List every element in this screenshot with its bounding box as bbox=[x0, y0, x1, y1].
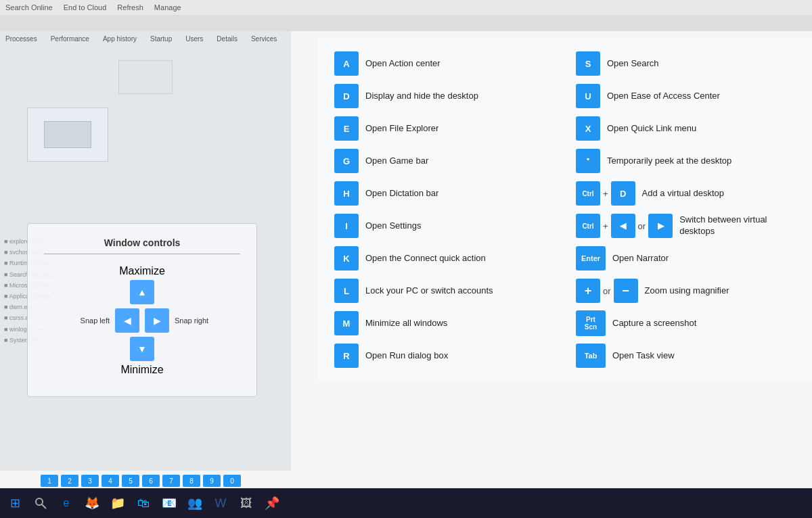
key-a: A bbox=[334, 51, 359, 76]
sep-plus-2: + bbox=[603, 221, 608, 231]
svg-point-0 bbox=[36, 498, 43, 505]
key-plus: + bbox=[576, 279, 600, 303]
window-controls-title: Window controls bbox=[44, 237, 240, 248]
key-ctrl-1: Ctrl bbox=[576, 181, 600, 206]
desc-m: Minimize all windows bbox=[365, 318, 447, 329]
desc-h: Open Dictation bar bbox=[365, 188, 438, 199]
shortcut-grid: A Open Action center D Display and hide … bbox=[334, 51, 796, 369]
key-left-arrow: ◀ bbox=[611, 214, 635, 238]
shortcut-col-right: S Open Search U Open Ease of Access Cent… bbox=[576, 51, 796, 369]
desc-ctrl-d: Add a virtual desktop bbox=[642, 188, 724, 199]
taskbar-mail-icon[interactable]: 📧 bbox=[157, 491, 181, 515]
key-combo-zoom: + or − bbox=[576, 279, 638, 303]
shortcut-row-i: I Open Settings bbox=[334, 213, 554, 239]
desc-u: Open Ease of Access Center bbox=[607, 91, 720, 102]
page-btn-4[interactable]: 4 bbox=[102, 475, 119, 487]
page-btn-7[interactable]: 7 bbox=[162, 475, 180, 487]
bg-top-item: Search Online bbox=[5, 3, 53, 11]
shortcut-row-m: M Minimize all windows bbox=[334, 310, 554, 336]
maximize-label: Maximize bbox=[119, 265, 165, 277]
snap-right-label: Snap right bbox=[175, 316, 212, 325]
desc-s: Open Search bbox=[607, 58, 659, 70]
taskbar-windows-icon[interactable]: ⊞ bbox=[3, 491, 27, 515]
bg-top-item: Refresh bbox=[117, 3, 143, 11]
desc-g: Open Game bar bbox=[365, 156, 428, 167]
taskbar-store-icon[interactable]: 🛍 bbox=[131, 491, 156, 515]
snap-left-button[interactable]: ◀ bbox=[115, 308, 139, 333]
desc-prtscn: Capture a screenshot bbox=[612, 318, 696, 329]
shortcut-row-a: A Open Action center bbox=[334, 51, 554, 76]
key-h: H bbox=[334, 181, 359, 206]
minimize-down-button[interactable]: ▼ bbox=[130, 337, 154, 361]
desc-ctrl-arrows: Switch between virtual desktops bbox=[679, 214, 796, 237]
key-d: D bbox=[334, 84, 359, 108]
shortcut-row-d: D Display and hide the desktop bbox=[334, 83, 554, 109]
shortcut-row-enter: Enter Open Narrator bbox=[576, 245, 796, 271]
taskbar-firefox-icon[interactable]: 🦊 bbox=[80, 491, 104, 515]
desc-d: Display and hide the desktop bbox=[365, 91, 478, 102]
taskbar-word-icon[interactable]: W bbox=[208, 491, 233, 515]
sep-plus-1: + bbox=[603, 189, 608, 199]
key-u: U bbox=[576, 84, 600, 108]
page-btn-2[interactable]: 2 bbox=[61, 475, 78, 487]
shortcut-row-s: S Open Search bbox=[576, 51, 796, 76]
page-bar: 1 2 3 4 5 6 7 8 9 0 bbox=[41, 475, 241, 487]
desc-k: Open the Connect quick action bbox=[365, 253, 486, 264]
shortcut-col-left: A Open Action center D Display and hide … bbox=[334, 51, 554, 369]
page-btn-5[interactable]: 5 bbox=[122, 475, 139, 487]
desc-x: Open Quick Link menu bbox=[607, 123, 696, 135]
desc-i: Open Settings bbox=[365, 220, 421, 232]
shortcut-row-ctrl-arrows: Ctrl + ◀ or ▶ Switch between virtual des… bbox=[576, 213, 796, 239]
taskbar-photos-icon[interactable]: 🖼 bbox=[234, 491, 258, 515]
shortcut-row-dot: · Temporarily peek at the desktop bbox=[576, 148, 796, 174]
key-r: R bbox=[334, 344, 359, 368]
desc-zoom: Zoom using magnifier bbox=[645, 285, 729, 297]
bg-top-bar: Search Online End to Cloud Refresh Manag… bbox=[0, 0, 812, 15]
key-enter: Enter bbox=[576, 246, 606, 270]
page-btn-1[interactable]: 1 bbox=[41, 475, 58, 487]
key-tab: Tab bbox=[576, 344, 606, 368]
page-btn-9[interactable]: 9 bbox=[203, 475, 221, 487]
key-right-arrow: ▶ bbox=[648, 214, 673, 238]
desc-dot: Temporarily peek at the desktop bbox=[607, 156, 731, 167]
window-controls-divider bbox=[44, 254, 240, 254]
thumbnail-inner bbox=[44, 121, 91, 148]
key-k: K bbox=[334, 246, 359, 270]
taskbar-search-icon[interactable] bbox=[28, 491, 53, 515]
key-x: X bbox=[576, 116, 600, 141]
snap-right-button[interactable]: ▶ bbox=[145, 308, 169, 333]
window-controls-panel: Window controls Maximize ▲ Snap left ◀ ▶… bbox=[27, 223, 257, 397]
maximize-up-button[interactable]: ▲ bbox=[130, 280, 154, 304]
shortcut-row-u: U Open Ease of Access Center bbox=[576, 83, 796, 109]
maximize-row: Maximize bbox=[119, 265, 165, 277]
bg-second-bar bbox=[0, 15, 812, 31]
minimize-label: Minimize bbox=[120, 364, 163, 375]
page-btn-0[interactable]: 0 bbox=[223, 475, 241, 487]
page-btn-6[interactable]: 6 bbox=[142, 475, 160, 487]
shortcut-row-prtscn: PrtScn Capture a screenshot bbox=[576, 310, 796, 336]
taskbar-sticky-icon[interactable]: 📌 bbox=[260, 491, 284, 515]
key-l: L bbox=[334, 279, 359, 303]
taskbar-folder-icon[interactable]: 📁 bbox=[106, 491, 130, 515]
page-btn-8[interactable]: 8 bbox=[183, 475, 200, 487]
shortcut-row-k: K Open the Connect quick action bbox=[334, 245, 554, 271]
sep-or-2: or bbox=[603, 286, 611, 296]
shortcut-overlay: A Open Action center D Display and hide … bbox=[318, 37, 812, 382]
key-i: I bbox=[334, 214, 359, 238]
page-btn-3[interactable]: 3 bbox=[81, 475, 99, 487]
key-e: E bbox=[334, 116, 359, 141]
thumbnail-preview bbox=[27, 108, 108, 162]
key-ctrl-2: Ctrl bbox=[576, 214, 600, 238]
key-g: G bbox=[334, 149, 359, 173]
desc-e: Open File Explorer bbox=[365, 123, 438, 135]
taskbar-edge-icon[interactable]: e bbox=[54, 491, 78, 515]
desc-enter: Open Narrator bbox=[612, 253, 669, 264]
taskbar-teams-icon[interactable]: 👥 bbox=[183, 491, 207, 515]
shortcut-row-ctrl-d: Ctrl + D Add a virtual desktop bbox=[576, 181, 796, 206]
shortcut-row-l: L Lock your PC or switch accounts bbox=[334, 278, 554, 304]
key-s: S bbox=[576, 51, 600, 76]
desc-tab: Open Task view bbox=[612, 350, 675, 362]
shortcut-row-zoom: + or − Zoom using magnifier bbox=[576, 278, 796, 304]
desc-r: Open Run dialog box bbox=[365, 350, 448, 362]
key-dot: · bbox=[576, 149, 600, 173]
